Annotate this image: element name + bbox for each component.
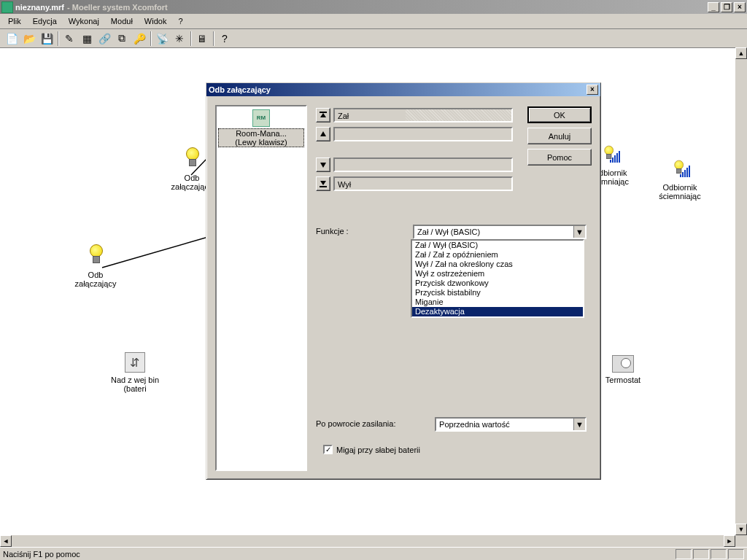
listbox-item[interactable]: Dezaktywacja	[412, 307, 583, 316]
funkcje-listbox[interactable]: Zał / Wył (BASIC)Zał / Zał z opóźnieniem…	[411, 239, 584, 318]
level-field-wyl[interactable]: Wył	[333, 176, 513, 191]
menu-bar: Plik Edycja Wykonaj Moduł Widok ?	[0, 14, 747, 29]
device-odb-2[interactable]: Odb załączający	[63, 244, 128, 288]
binary-input-icon	[125, 352, 145, 373]
title-filename: nieznany.mrf	[15, 3, 64, 12]
arrow-down-full-icon[interactable]	[316, 176, 330, 191]
tb-open-icon[interactable]: 📂	[21, 31, 37, 47]
close-button[interactable]: ×	[734, 2, 746, 12]
app-icon	[1, 1, 13, 13]
migaj-checkbox[interactable]: ✓ Migaj przy słabej baterii	[323, 445, 420, 454]
menu-modul[interactable]: Moduł	[106, 15, 138, 27]
chevron-down-icon[interactable]: ▼	[573, 226, 585, 238]
status-box	[693, 549, 709, 559]
cancel-button[interactable]: Anuluj	[527, 128, 592, 144]
tb-link-icon[interactable]: 🔗	[96, 31, 112, 47]
help-button[interactable]: Pomoc	[527, 149, 592, 166]
bulb-icon	[87, 244, 104, 268]
svg-rect-2	[320, 112, 327, 113]
funkcje-combo[interactable]: Zał / Wył (BASIC) ▼	[413, 225, 587, 239]
menu-help[interactable]: ?	[173, 15, 187, 27]
svg-marker-5	[320, 163, 326, 168]
dialog-odb-zalaczajacy: Odb załączający × RM Room-Mana... (Lewy …	[206, 82, 601, 480]
menu-plik[interactable]: Plik	[3, 15, 26, 27]
tb-redpen-icon[interactable]: ✎	[61, 31, 77, 47]
tb-help-icon[interactable]: ?	[217, 31, 233, 47]
scroll-left-icon[interactable]: ◄	[0, 535, 12, 547]
tb-chain-icon[interactable]: ⧉	[114, 31, 130, 47]
status-box	[711, 549, 727, 559]
restore-button[interactable]: ❐	[721, 2, 732, 12]
status-hint: Naciśnij F1 po pomoc	[3, 550, 80, 559]
arrow-up-full-icon[interactable]	[316, 108, 330, 122]
menu-widok[interactable]: Widok	[139, 15, 172, 27]
vertical-scrollbar[interactable]: ▲ ▼	[735, 47, 747, 535]
dialog-titlebar[interactable]: Odb załączający ×	[206, 83, 600, 96]
dimmer-icon	[598, 142, 622, 166]
listbox-item[interactable]: Zał / Zał z opóźnieniem	[412, 250, 583, 260]
level-field-3[interactable]	[333, 158, 513, 172]
svg-marker-6	[320, 181, 326, 185]
scroll-right-icon[interactable]: ►	[724, 535, 735, 547]
listbox-item[interactable]: Zał / Wył (BASIC)	[412, 241, 583, 250]
list-item[interactable]: RM Room-Mana... (Lewy klawisz)	[217, 106, 306, 149]
powrocie-combo[interactable]: Poprzednia wartość ▼	[435, 417, 587, 432]
chevron-down-icon[interactable]: ▼	[573, 419, 585, 430]
level-rows: Zał Wył	[316, 108, 513, 191]
svg-marker-3	[320, 113, 326, 117]
ok-button[interactable]: OK	[527, 106, 592, 123]
toolbar-separator	[190, 31, 191, 46]
tb-new-icon[interactable]: 📄	[4, 31, 20, 47]
powrocie-label: Po powrocie zasilania:	[316, 417, 433, 428]
minimize-button[interactable]: _	[708, 2, 719, 12]
dimmer-icon	[668, 157, 692, 180]
bulb-icon	[183, 147, 201, 171]
listbox-item[interactable]: Miganie	[412, 298, 583, 307]
list-item-label: Room-Mana... (Lewy klawisz)	[218, 128, 304, 147]
dialog-title: Odb załączający	[209, 85, 271, 94]
checkbox-box: ✓	[323, 445, 333, 454]
combo-value: Poprzednia wartość	[436, 419, 573, 430]
tb-antenna-icon[interactable]: 📡	[154, 31, 170, 47]
svg-marker-4	[320, 131, 326, 136]
listbox-item[interactable]: Przycisk bistabilny	[412, 288, 583, 298]
menu-edycja[interactable]: Edycja	[28, 15, 62, 27]
tb-signal-icon[interactable]: ✳	[171, 31, 187, 47]
room-manager-icon: RM	[252, 109, 270, 127]
funkcje-label: Funkcje :	[316, 225, 411, 236]
horizontal-scrollbar[interactable]: ◄ ►	[0, 535, 735, 547]
status-box	[728, 549, 744, 559]
thermostat-icon	[612, 355, 634, 373]
status-boxes	[676, 549, 744, 559]
listbox-item[interactable]: Przycisk dzwonkowy	[412, 279, 583, 288]
listbox-item[interactable]: Wył z ostrzeżeniem	[412, 269, 583, 279]
status-box	[676, 549, 692, 559]
dialog-close-button[interactable]: ×	[587, 85, 598, 95]
toolbar-separator	[150, 31, 151, 46]
status-bar: Naciśnij F1 po pomoc	[0, 547, 747, 560]
arrow-down-icon[interactable]	[316, 158, 330, 172]
tb-save-icon[interactable]: 💾	[39, 31, 55, 47]
tb-monitor-icon[interactable]: 🖥	[194, 31, 210, 47]
tb-insert-icon[interactable]: ▦	[79, 31, 95, 47]
level-field-zal[interactable]: Zał	[333, 108, 513, 122]
scroll-up-icon[interactable]: ▲	[735, 47, 747, 59]
device-dim-2[interactable]: Odbiornik ściemniając	[647, 157, 713, 201]
checkbox-label: Migaj przy słabej baterii	[336, 446, 420, 454]
combo-value: Zał / Wył (BASIC)	[414, 226, 573, 238]
menu-wykonaj[interactable]: Wykonaj	[63, 15, 104, 27]
window-titlebar: nieznany.mrf - Moeller system Xcomfort _…	[0, 0, 747, 14]
arrow-up-icon[interactable]	[316, 127, 330, 141]
title-appname: - Moeller system Xcomfort	[67, 3, 168, 12]
tb-key-icon[interactable]: 🔑	[131, 31, 147, 47]
device-label: Nad z wej bin (bateri	[102, 376, 168, 393]
device-nad-bin[interactable]: Nad z wej bin (bateri	[102, 352, 168, 393]
sender-list[interactable]: RM Room-Mana... (Lewy klawisz)	[215, 105, 307, 471]
scroll-down-icon[interactable]: ▼	[735, 524, 747, 535]
device-label: Odb załączający	[63, 271, 128, 288]
toolbar-separator	[213, 31, 214, 46]
level-field-2[interactable]	[333, 127, 513, 141]
toolbar-separator	[58, 31, 58, 46]
svg-rect-7	[320, 186, 327, 187]
listbox-item[interactable]: Wył / Zał na określony czas	[412, 260, 583, 269]
